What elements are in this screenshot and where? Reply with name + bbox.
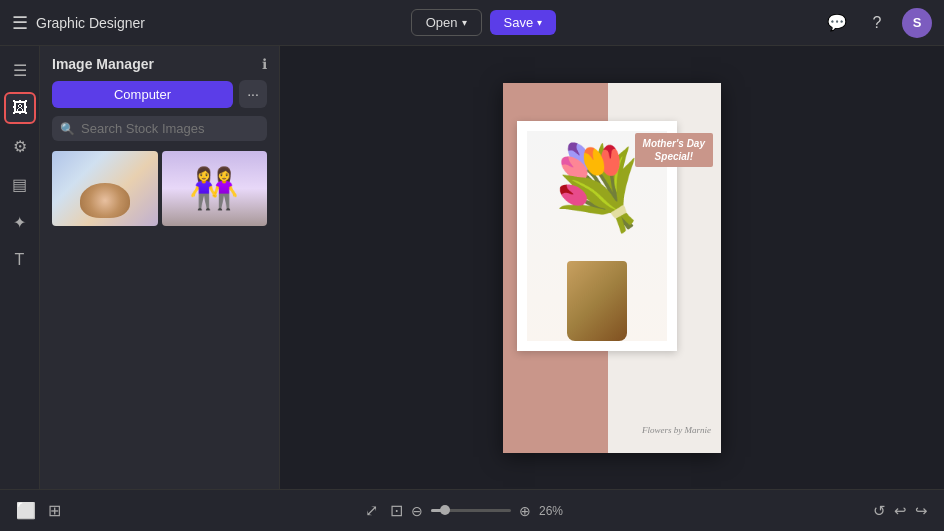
icon-bar: ☰ 🖼 ⚙ ▤ ✦ T [0,46,40,489]
view-controls: ⤢ ⊡ [365,501,403,520]
comment-icon[interactable]: 💬 [822,8,852,38]
thumbnail-1[interactable] [52,151,158,226]
fit-screen-icon[interactable]: ⤢ [365,501,378,520]
bottom-center: ⤢ ⊡ ⊖ ⊕ 26% [365,501,569,520]
sidebar-item-images[interactable]: 🖼 [4,92,36,124]
main-area: ☰ 🖼 ⚙ ▤ ✦ T Image Manager ℹ Computer ···… [0,46,944,489]
help-icon[interactable]: ? [862,8,892,38]
computer-button[interactable]: Computer [52,81,233,108]
sidebar-item-elements[interactable]: ✦ [4,206,36,238]
avatar[interactable]: S [902,8,932,38]
design-card: Mother's Day Special! Flowers by Marnie [503,83,721,453]
topbar-center: Open Save [411,9,556,36]
canvas-area: Mother's Day Special! Flowers by Marnie [280,46,944,489]
bottom-left: ⬜ ⊞ [16,501,61,520]
title-badge: Mother's Day Special! [635,133,713,167]
zoom-slider[interactable] [431,509,511,512]
app-title: Graphic Designer [36,15,145,31]
search-bar: 🔍 [52,116,267,141]
zoom-percentage: 26% [539,504,569,518]
rotate-left-icon[interactable]: ↺ [873,502,886,520]
zoom-controls: ⊖ ⊕ 26% [411,503,569,519]
panel-title: Image Manager [52,56,154,72]
undo-icon[interactable]: ↩ [894,502,907,520]
panel-header: Image Manager ℹ [40,46,279,80]
topbar-right: 💬 ? S [822,8,932,38]
sidebar-item-text[interactable]: T [4,244,36,276]
open-button[interactable]: Open [411,9,482,36]
search-input[interactable] [81,121,259,136]
bottom-right: ↺ ↩ ↪ [873,502,928,520]
sidebar-item-layers[interactable]: ▤ [4,168,36,200]
more-button[interactable]: ··· [239,80,267,108]
grid-icon[interactable]: ⊞ [48,501,61,520]
save-button[interactable]: Save [490,10,557,35]
zoom-in-icon[interactable]: ⊕ [519,503,531,519]
sidebar-item-menu[interactable]: ☰ [4,54,36,86]
aspect-ratio-icon[interactable]: ⊡ [390,501,403,520]
zoom-slider-thumb [440,505,450,515]
menu-icon[interactable]: ☰ [12,12,28,34]
topbar: ☰ Graphic Designer Open Save 💬 ? S [0,0,944,46]
title-line2: Special! [643,150,705,163]
panel-actions: Computer ··· [40,80,279,116]
search-icon: 🔍 [60,122,75,136]
redo-icon[interactable]: ↪ [915,502,928,520]
sidebar-item-adjustments[interactable]: ⚙ [4,130,36,162]
info-icon[interactable]: ℹ [262,56,267,72]
side-panel: Image Manager ℹ Computer ··· 🔍 👭 [40,46,280,489]
zoom-out-icon[interactable]: ⊖ [411,503,423,519]
topbar-left: ☰ Graphic Designer [12,12,145,34]
images-grid: 👭 [40,151,279,226]
title-line1: Mother's Day [643,137,705,150]
card-footer: Flowers by Marnie [642,425,711,435]
layers-icon[interactable]: ⬜ [16,501,36,520]
canvas-wrapper: Mother's Day Special! Flowers by Marnie [503,83,721,453]
thumbnail-2[interactable]: 👭 [162,151,268,226]
bottom-bar: ⬜ ⊞ ⤢ ⊡ ⊖ ⊕ 26% ↺ ↩ ↪ [0,489,944,531]
